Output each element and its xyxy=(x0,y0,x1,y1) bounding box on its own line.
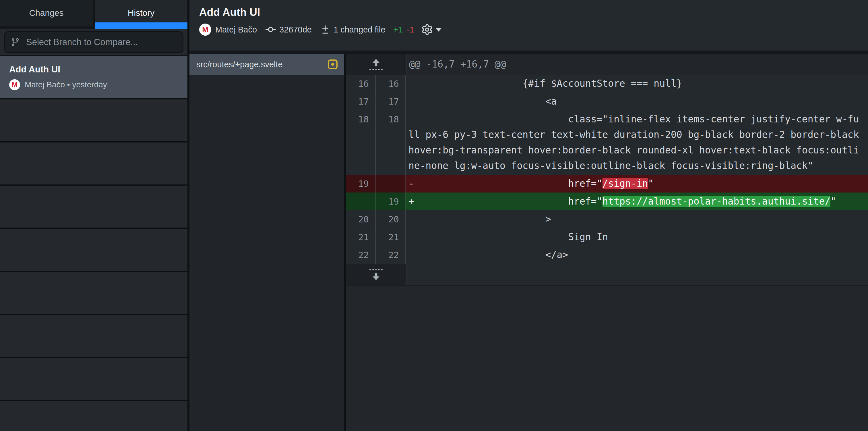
commit-sha: 32670de xyxy=(279,25,312,34)
history-sidebar: Changes History Add Auth UI M Matej Bačo… xyxy=(0,0,189,431)
page-title: Add Auth UI xyxy=(199,6,868,19)
hunk-header-text: @@ -16,7 +16,7 @@ xyxy=(406,54,868,75)
expand-row xyxy=(346,264,868,286)
old-line-number: 19 xyxy=(346,175,376,193)
diff-viewer: @@ -16,7 +16,7 @@ 16 16 {#if $AccountSto… xyxy=(346,54,868,431)
commit-list: Add Auth UI M Matej Bačo • yesterday xyxy=(0,56,187,401)
git-branch-icon xyxy=(11,38,20,47)
expand-row-filler xyxy=(406,264,868,285)
commit-meta-row: M Matej Bačo 32670de 1 changed file +1 -… xyxy=(199,24,868,36)
changed-files-panel: src/routes/+page.svelte xyxy=(189,54,346,431)
old-line-number xyxy=(346,193,376,210)
compare-branch-box[interactable] xyxy=(4,31,183,53)
commit-list-empty-row xyxy=(0,272,187,315)
diff-row-context: 20 20 > xyxy=(346,210,868,228)
diff-line-text: class="inline-flex items-center justify-… xyxy=(406,110,863,175)
active-tab-indicator xyxy=(95,22,187,26)
github-desktop-window: Changes History Add Auth UI M Matej Bačo… xyxy=(0,0,868,431)
new-line-number: 17 xyxy=(376,92,406,110)
avatar: M xyxy=(9,79,20,90)
hunk-header-row: @@ -16,7 +16,7 @@ xyxy=(346,54,868,75)
commit-list-empty-row xyxy=(0,358,187,401)
additions-count: +1 xyxy=(394,25,403,34)
diff-line-text: <a xyxy=(406,92,863,110)
diff-content-area: src/routes/+page.svelte @@ -16,7 +16,7 @… xyxy=(189,54,868,431)
tab-history[interactable]: History xyxy=(95,0,187,26)
changed-files-count: 1 changed file xyxy=(334,25,385,34)
expand-down-icon xyxy=(369,269,383,281)
inline-deleted-highlight: /sign-in xyxy=(602,178,648,189)
commit-list-item-selected[interactable]: Add Auth UI M Matej Bačo • yesterday xyxy=(0,56,187,99)
diff-row-context: 16 16 {#if $AccountStore === null} xyxy=(346,75,868,92)
commit-list-empty-row xyxy=(0,99,187,143)
old-line-number: 20 xyxy=(346,210,376,228)
tab-history-label: History xyxy=(128,8,154,18)
diff-line-text: </a> xyxy=(406,246,863,264)
expand-up-icon xyxy=(369,59,383,70)
diff-icon xyxy=(320,25,330,34)
old-line-number: 21 xyxy=(346,228,376,246)
inline-added-highlight: https://almost-polar-habits.authui.site/ xyxy=(602,196,831,207)
diff-options-button[interactable] xyxy=(422,24,442,35)
commit-list-empty-row xyxy=(0,185,187,229)
expand-hunk-up-button[interactable] xyxy=(346,54,406,75)
compare-branch-section xyxy=(0,29,187,56)
diff-row-context: 17 17 <a xyxy=(346,92,868,110)
diff-row-context: 22 22 </a> xyxy=(346,246,868,264)
select-branch-compare-input[interactable] xyxy=(26,37,177,48)
new-line-number: 16 xyxy=(376,75,406,92)
commit-detail-pane: Add Auth UI M Matej Bačo 32670de 1 chang… xyxy=(189,0,868,431)
old-line-number: 16 xyxy=(346,75,376,92)
diff-line-text: + href="https://almost-polar-habits.auth… xyxy=(406,193,863,210)
tab-changes[interactable]: Changes xyxy=(0,0,95,26)
modified-file-icon xyxy=(328,59,338,69)
diff-row-context: 18 18 class="inline-flex items-center ju… xyxy=(346,110,868,175)
deletions-count: -1 xyxy=(407,25,414,34)
commit-title: Add Auth UI xyxy=(9,64,187,75)
commit-author: Matej Bačo xyxy=(215,25,257,34)
diff-empty-area xyxy=(346,286,868,431)
new-line-number xyxy=(376,175,406,193)
commit-author-line: M Matej Bačo • yesterday xyxy=(9,79,187,90)
diff-line-text: {#if $AccountStore === null} xyxy=(406,75,863,92)
commit-author-text: Matej Bačo • yesterday xyxy=(25,80,107,89)
old-line-number: 22 xyxy=(346,246,376,264)
expand-hunk-down-button[interactable] xyxy=(346,264,406,285)
diff-line-text: Sign In xyxy=(406,228,863,246)
commit-list-empty-row xyxy=(0,229,187,272)
diff-line-text: - href="/sign-in" xyxy=(406,175,863,193)
commit-list-empty-row xyxy=(0,143,187,185)
new-line-number: 18 xyxy=(376,110,406,175)
new-line-number: 20 xyxy=(376,210,406,228)
new-line-number: 21 xyxy=(376,228,406,246)
tab-changes-label: Changes xyxy=(29,8,63,18)
commit-header: Add Auth UI M Matej Bačo 32670de 1 chang… xyxy=(189,0,868,54)
file-list-item[interactable]: src/routes/+page.svelte xyxy=(189,54,344,75)
diff-row-context: 21 21 Sign In xyxy=(346,228,868,246)
git-commit-icon xyxy=(266,24,276,35)
old-line-number: 18 xyxy=(346,110,376,175)
diff-row-added: 19 + href="https://almost-polar-habits.a… xyxy=(346,193,868,210)
gear-icon xyxy=(422,24,433,35)
avatar: M xyxy=(199,24,211,36)
commit-list-empty-row xyxy=(0,315,187,358)
file-path: src/routes/+page.svelte xyxy=(196,60,328,69)
diff-line-text: > xyxy=(406,210,863,228)
chevron-down-icon xyxy=(435,28,442,32)
old-line-number: 17 xyxy=(346,92,376,110)
diff-row-deleted: 19 - href="/sign-in" xyxy=(346,175,868,193)
sidebar-tabs: Changes History xyxy=(0,0,187,29)
new-line-number: 22 xyxy=(376,246,406,264)
new-line-number: 19 xyxy=(376,193,406,210)
